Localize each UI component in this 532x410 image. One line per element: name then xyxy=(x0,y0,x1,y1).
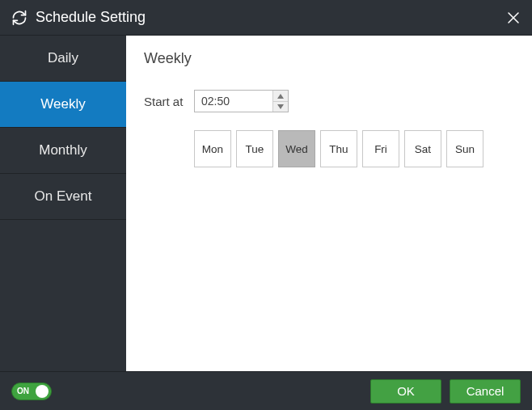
ok-button[interactable]: OK xyxy=(370,379,441,404)
chevron-down-icon xyxy=(277,104,284,109)
svg-marker-3 xyxy=(277,104,284,109)
day-picker: Mon Tue Wed Thu Fri Sat Sun xyxy=(194,130,514,167)
sidebar-item-monthly[interactable]: Monthly xyxy=(0,128,126,174)
time-input[interactable] xyxy=(195,91,272,112)
sidebar: Daily Weekly Monthly On Event xyxy=(0,36,126,371)
start-at-row: Start at xyxy=(144,90,514,112)
day-label: Sun xyxy=(455,143,475,155)
cancel-button[interactable]: Cancel xyxy=(450,379,521,404)
day-label: Thu xyxy=(329,143,348,155)
button-label: Cancel xyxy=(467,384,505,398)
dialog-title: Schedule Setting xyxy=(36,9,506,26)
sidebar-item-daily[interactable]: Daily xyxy=(0,36,126,82)
close-icon[interactable] xyxy=(506,11,521,25)
dialog-footer: ON OK Cancel xyxy=(0,371,532,410)
day-fri[interactable]: Fri xyxy=(362,130,399,167)
titlebar: Schedule Setting xyxy=(0,0,532,36)
day-sat[interactable]: Sat xyxy=(404,130,441,167)
day-mon[interactable]: Mon xyxy=(194,130,231,167)
toggle-label: ON xyxy=(17,387,29,395)
start-at-label: Start at xyxy=(144,95,194,108)
spinner-down-button[interactable] xyxy=(273,101,288,112)
toggle-knob xyxy=(36,385,49,398)
day-tue[interactable]: Tue xyxy=(236,130,273,167)
sidebar-item-label: Monthly xyxy=(39,142,87,159)
main-panel: Weekly Start at xyxy=(126,36,532,371)
sidebar-item-on-event[interactable]: On Event xyxy=(0,174,126,220)
day-label: Mon xyxy=(202,143,223,155)
button-label: OK xyxy=(397,384,415,398)
sidebar-item-label: Daily xyxy=(48,50,78,66)
time-spinner xyxy=(194,90,289,112)
day-label: Tue xyxy=(246,143,264,155)
day-sun[interactable]: Sun xyxy=(446,130,483,167)
dialog-body: Daily Weekly Monthly On Event Weekly Sta… xyxy=(0,36,532,371)
enable-toggle[interactable]: ON xyxy=(11,383,52,400)
sync-icon xyxy=(11,10,27,26)
panel-title: Weekly xyxy=(144,50,514,67)
day-thu[interactable]: Thu xyxy=(320,130,357,167)
sidebar-item-label: Weekly xyxy=(40,96,85,112)
svg-marker-2 xyxy=(277,94,284,99)
sidebar-item-label: On Event xyxy=(35,188,92,205)
spinner-buttons xyxy=(272,91,288,112)
day-label: Fri xyxy=(374,143,387,155)
chevron-up-icon xyxy=(277,94,284,99)
day-label: Sat xyxy=(415,143,431,155)
schedule-setting-dialog: Schedule Setting Daily Weekly Monthly On… xyxy=(0,0,532,410)
day-label: Wed xyxy=(285,143,308,155)
spinner-up-button[interactable] xyxy=(273,91,288,101)
day-wed[interactable]: Wed xyxy=(278,130,315,167)
sidebar-item-weekly[interactable]: Weekly xyxy=(0,82,126,128)
